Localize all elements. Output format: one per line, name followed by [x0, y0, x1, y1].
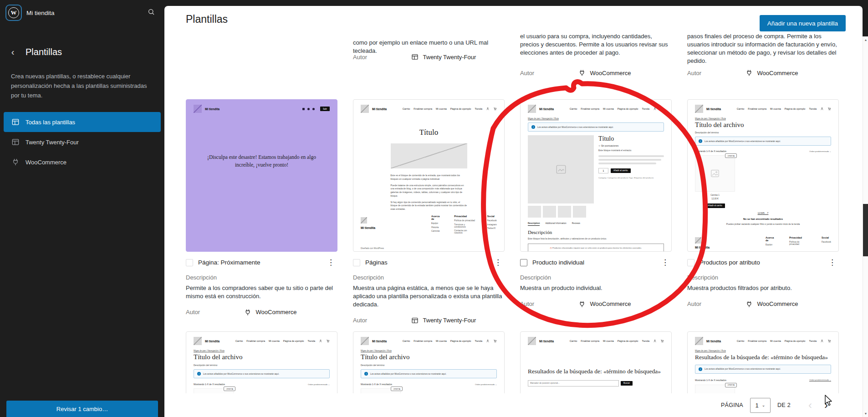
- mini-nav-item: Finalizar compra: [581, 107, 599, 110]
- template-card-coming-soon: Mi tiendita Salir ¡Disculpa este desastr…: [186, 99, 337, 316]
- sidebar-item-woocommerce[interactable]: WooCommerce: [4, 152, 161, 172]
- template-preview[interactable]: Mi tiendita Carrito Finalizar compra Mi …: [520, 99, 672, 252]
- mini-archive-title: Título del archivo: [353, 353, 504, 361]
- template-title[interactable]: Productos por atributo: [700, 259, 760, 266]
- wordpress-logo[interactable]: W: [5, 5, 22, 21]
- content-panel: Plantillas Añadir una nueva plantilla co…: [164, 6, 863, 417]
- sidebar-item-label: WooCommerce: [26, 159, 66, 166]
- mini-nav-item: Mi cuenta: [603, 340, 614, 342]
- template-author: WooCommerce: [745, 300, 798, 308]
- mini-add-to-cart-button: Añadir al carrito: [705, 203, 725, 208]
- mini-site-name: Mi tiendita: [372, 107, 387, 111]
- sidebar-item-twenty-twenty-four[interactable]: Twenty Twenty-Four: [4, 132, 161, 152]
- chevron-down-icon: ⌄: [762, 403, 766, 407]
- template-title[interactable]: Páginas: [365, 259, 388, 266]
- back-button[interactable]: ‹: [6, 46, 19, 58]
- mini-product-name: Camisa 1: [695, 194, 735, 196]
- mini-select-product-label: SELECCIONAR UN PRODUCTO: [532, 251, 660, 252]
- coming-soon-message: ¡Disculpa este desastre! Estamos trabaja…: [197, 153, 326, 169]
- template-checkbox[interactable]: [353, 259, 360, 266]
- search-button[interactable]: [143, 5, 159, 20]
- social-icon: [302, 108, 305, 110]
- mini-nav-item: Mi cuenta: [436, 340, 447, 342]
- scrollbar-thumb[interactable]: [863, 204, 868, 256]
- plugin-icon: [578, 300, 586, 308]
- pagination-total: DE 2: [777, 402, 791, 408]
- plugin-icon: [745, 300, 753, 308]
- mini-nav-item: Mi cuenta: [269, 340, 280, 342]
- pagination-label: PÁGINA: [721, 402, 743, 408]
- search-icon: [147, 8, 155, 18]
- mini-nav-item: Tienda: [475, 340, 482, 342]
- template-icon: [411, 316, 419, 325]
- template-author: Twenty Twenty-Four: [411, 316, 476, 325]
- mini-results-count: Mostrando 1-X de X resultados: [695, 379, 726, 381]
- mini-pagination: 12345…7: [688, 212, 838, 214]
- mini-nav-item: Finalizar compra: [748, 107, 766, 110]
- template-checkbox[interactable]: [520, 259, 527, 266]
- description-label: Descripción: [186, 274, 337, 281]
- mini-quantity-input: 1: [598, 168, 608, 173]
- mini-breadcrumb: Migas de pan / Navegación / Ruta: [353, 349, 504, 353]
- mini-site-logo: [194, 337, 202, 345]
- previous-page-button[interactable]: ‹: [806, 400, 815, 411]
- mini-ratings: ☆ Sin puntuaciones: [598, 144, 664, 147]
- mini-exit-button: Salir: [320, 107, 330, 111]
- template-icon: [411, 53, 419, 61]
- template-preview[interactable]: Mi tiendita Salir ¡Disculpa este desastr…: [186, 99, 337, 252]
- review-changes-button[interactable]: Revisar 1 cambio…: [6, 401, 158, 417]
- mini-nav-item: Carrito: [570, 340, 577, 342]
- mini-site-logo: [695, 337, 703, 345]
- description-label: Descripción: [520, 274, 672, 281]
- mini-results-count: Mostrando 1-X de X resultados: [194, 383, 225, 386]
- template-author: WooCommerce: [745, 69, 798, 77]
- scrollbar[interactable]: ▲ ▼: [863, 36, 868, 417]
- scroll-up-icon[interactable]: ▲: [863, 38, 868, 41]
- mini-nav-item: Mi cuenta: [436, 107, 447, 110]
- next-page-button[interactable]: ›: [822, 400, 831, 411]
- page-title: Plantillas: [186, 13, 228, 25]
- mini-term-description: Descripción del término: [353, 361, 504, 366]
- mini-nav-item: Tienda: [307, 340, 315, 342]
- mini-thumb: [573, 206, 586, 218]
- template-preview[interactable]: Mi tiendita Carrito Finalizar compra Mi …: [687, 99, 839, 252]
- mini-footer-col-social: Social Facebook Instagram Twitter/X: [487, 215, 497, 236]
- template-description: Permite a los compradores saber que tu s…: [186, 284, 337, 300]
- wordpress-w-icon: W: [8, 7, 19, 18]
- template-title[interactable]: Producto individual: [532, 259, 584, 266]
- mini-breadcrumb: Migas de pan / Navegación / Ruta: [688, 349, 838, 353]
- author-label: Autor: [186, 309, 244, 315]
- sidebar-item-all-templates[interactable]: Todas las plantillas: [4, 112, 161, 132]
- template-checkbox[interactable]: [186, 259, 193, 266]
- page-select[interactable]: 1 ⌄: [750, 398, 771, 413]
- cart-icon: [660, 339, 664, 343]
- kebab-menu-icon[interactable]: ⋮: [659, 258, 672, 267]
- kebab-menu-icon[interactable]: ⋮: [491, 258, 505, 267]
- sidebar-item-label: Twenty Twenty-Four: [26, 139, 79, 146]
- mini-product-image-placeholder: [528, 135, 594, 203]
- mini-sale-badge: OFERTA: [725, 153, 737, 158]
- plugin-icon: [11, 158, 20, 167]
- template-title[interactable]: Página: Próximamente: [198, 259, 260, 266]
- mini-search-input: [528, 380, 619, 386]
- description-label: Descripción: [687, 274, 839, 281]
- template-description: Muestra productos filtrados por atributo…: [687, 284, 839, 292]
- template-checkbox[interactable]: [687, 259, 694, 266]
- mini-nav-item: Carrito: [737, 340, 745, 342]
- mini-site-name: Mi tiendita: [205, 107, 220, 111]
- skeleton-bar: [598, 159, 661, 161]
- mini-nav-item: Tienda: [809, 340, 817, 342]
- mini-search-title: Resultados de la búsqueda de: «término d…: [521, 349, 671, 376]
- kebab-menu-icon[interactable]: ⋮: [826, 258, 839, 267]
- info-icon: i: [531, 125, 535, 129]
- template-card-pages: Mi tiendita Carrito Finalizar compra Mi …: [353, 99, 505, 325]
- mini-results-count: Mostrando 1-X de X resultados: [695, 150, 726, 153]
- plugin-icon: [578, 69, 586, 77]
- mini-sort-order: Orden predeterminado ⌄: [308, 383, 330, 386]
- kebab-menu-icon[interactable]: ⋮: [324, 258, 337, 267]
- scroll-down-icon[interactable]: ▼: [863, 412, 868, 415]
- add-template-button[interactable]: Añadir una nueva plantilla: [760, 15, 846, 31]
- mini-breadcrumb: Migas de pan / Navegación / Ruta: [688, 117, 838, 121]
- mini-site-logo: [194, 105, 202, 113]
- template-preview[interactable]: Mi tiendita Carrito Finalizar compra Mi …: [353, 99, 505, 252]
